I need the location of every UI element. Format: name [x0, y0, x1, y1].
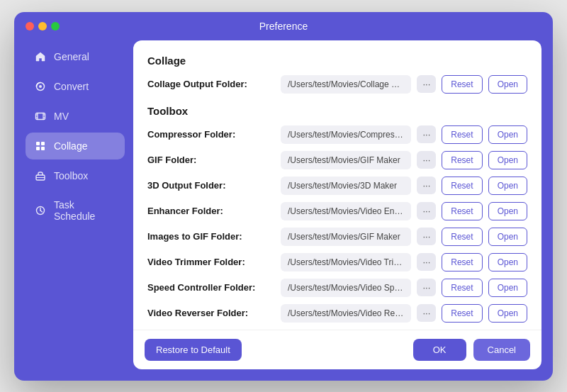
window-title: Preference	[259, 21, 308, 32]
toolbox-row-reset-6[interactable]: Reset	[442, 279, 482, 297]
collage-output-folder-reset[interactable]: Reset	[442, 75, 482, 94]
toolbox-row-reset-3[interactable]: Reset	[442, 202, 482, 220]
sidebar-label-convert: Convert	[54, 81, 89, 92]
toolbox-row-path-2: /Users/test/Movies/3D Maker	[281, 177, 411, 195]
toolbox-row-1: GIF Folder: /Users/test/Movies/GIF Maker…	[147, 151, 527, 169]
toolbox-row-dots-5[interactable]: ···	[417, 253, 436, 271]
toolbox-row-reset-7[interactable]: Reset	[442, 304, 482, 323]
toolbox-row-dots-4[interactable]: ···	[417, 228, 436, 245]
sidebar-item-collage[interactable]: Collage	[26, 133, 125, 159]
traffic-lights	[26, 22, 60, 30]
toolbox-row-reset-4[interactable]: Reset	[442, 228, 482, 246]
toolbox-row-open-6[interactable]: Open	[488, 279, 527, 297]
film-icon	[34, 110, 47, 123]
content-panel: Collage Collage Output Folder: /Users/te…	[133, 40, 541, 369]
toolbox-row-reset-5[interactable]: Reset	[442, 253, 482, 271]
svg-point-1	[39, 85, 42, 88]
toolbox-row-dots-0[interactable]: ···	[417, 125, 436, 143]
sidebar-label-collage: Collage	[54, 140, 87, 152]
collage-output-folder-open[interactable]: Open	[488, 75, 527, 94]
collage-output-folder-row: Collage Output Folder: /Users/test/Movie…	[147, 75, 527, 94]
sidebar-item-toolbox[interactable]: Toolbox	[26, 162, 125, 189]
content-footer: Restore to Default OK Cancel	[133, 330, 541, 369]
footer-right-buttons: OK Cancel	[413, 339, 530, 361]
titlebar: Preference	[14, 12, 553, 40]
toolbox-row-path-7: /Users/test/Movies/Video Reverser	[281, 304, 411, 323]
toolbox-row-label-7: Video Reverser Folder:	[147, 308, 275, 318]
collage-output-folder-label: Collage Output Folder:	[147, 79, 275, 89]
toolbox-row-open-4[interactable]: Open	[488, 228, 527, 246]
toolbox-icon	[34, 169, 47, 182]
toolbox-row-label-0: Compressor Folder:	[147, 129, 275, 140]
toolbox-row-2: 3D Output Folder: /Users/test/Movies/3D …	[147, 177, 527, 195]
toolbox-row-label-2: 3D Output Folder:	[147, 180, 275, 191]
cancel-button[interactable]: Cancel	[473, 339, 530, 361]
toolbox-row-6: Speed Controller Folder: /Users/test/Mov…	[147, 279, 527, 297]
toolbox-row-dots-3[interactable]: ···	[417, 202, 436, 220]
toolbox-row-7: Video Reverser Folder: /Users/test/Movie…	[147, 304, 527, 323]
toolbox-row-path-5: /Users/test/Movies/Video Trimmer	[281, 253, 411, 271]
toolbox-row-3: Enhancer Folder: /Users/test/Movies/Vide…	[147, 202, 527, 220]
toolbox-row-label-4: Images to GIF Folder:	[147, 231, 275, 242]
toolbox-row-0: Compressor Folder: /Users/test/Movies/Co…	[147, 125, 527, 144]
toolbox-row-open-2[interactable]: Open	[488, 177, 527, 195]
toolbox-row-4: Images to GIF Folder: /Users/test/Movies…	[147, 228, 527, 246]
toolbox-row-dots-2[interactable]: ···	[417, 177, 436, 194]
toolbox-section-title: Toolbox	[147, 105, 527, 117]
toolbox-row-open-0[interactable]: Open	[488, 125, 527, 144]
sidebar-item-mv[interactable]: MV	[26, 103, 125, 130]
toolbox-rows: Compressor Folder: /Users/test/Movies/Co…	[147, 125, 527, 330]
svg-rect-12	[41, 147, 45, 150]
toolbox-row-open-3[interactable]: Open	[488, 202, 527, 220]
sidebar-item-convert[interactable]: Convert	[26, 73, 125, 100]
toolbox-row-reset-0[interactable]: Reset	[442, 125, 482, 144]
toolbox-row-dots-7[interactable]: ···	[417, 304, 436, 322]
toolbox-row-label-5: Video Trimmer Folder:	[147, 257, 275, 267]
home-icon	[34, 50, 47, 63]
toolbox-row-reset-2[interactable]: Reset	[442, 177, 482, 195]
grid-icon	[34, 140, 47, 152]
sidebar-item-task-schedule[interactable]: Task Schedule	[26, 192, 125, 229]
toolbox-row-label-1: GIF Folder:	[147, 155, 275, 165]
toolbox-row-5: Video Trimmer Folder: /Users/test/Movies…	[147, 253, 527, 271]
restore-default-button[interactable]: Restore to Default	[145, 339, 242, 361]
sidebar-item-general[interactable]: General	[26, 43, 125, 70]
sidebar-label-mv: MV	[54, 111, 69, 122]
toolbox-row-reset-1[interactable]: Reset	[442, 151, 482, 169]
clock-icon	[34, 204, 47, 217]
sidebar-label-general: General	[54, 51, 89, 62]
content-scroll[interactable]: Collage Collage Output Folder: /Users/te…	[133, 40, 541, 330]
svg-rect-10	[41, 142, 45, 145]
sidebar-label-toolbox: Toolbox	[54, 170, 88, 181]
collage-output-folder-path: /Users/test/Movies/Collage Exported	[281, 75, 411, 94]
toolbox-row-label-6: Speed Controller Folder:	[147, 282, 275, 293]
toolbox-row-path-1: /Users/test/Movies/GIF Maker	[281, 151, 411, 169]
toolbox-row-dots-1[interactable]: ···	[417, 151, 436, 169]
maximize-button[interactable]	[51, 22, 60, 30]
preference-window: Preference General	[14, 12, 553, 381]
toolbox-row-label-3: Enhancer Folder:	[147, 206, 275, 216]
toolbox-row-path-3: /Users/test/Movies/Video Enhancer	[281, 202, 411, 220]
sidebar-label-task-schedule: Task Schedule	[54, 199, 116, 222]
ok-button[interactable]: OK	[413, 339, 466, 361]
toolbox-row-path-0: /Users/test/Movies/Compressed	[281, 125, 411, 144]
main-content: General Convert	[14, 40, 553, 381]
toolbox-row-open-1[interactable]: Open	[488, 151, 527, 169]
minimize-button[interactable]	[38, 22, 47, 30]
sidebar: General Convert	[26, 40, 125, 369]
svg-line-17	[40, 211, 43, 212]
toolbox-row-path-4: /Users/test/Movies/GIF Maker	[281, 228, 411, 246]
collage-output-folder-dots[interactable]: ···	[417, 75, 436, 93]
toolbox-row-dots-6[interactable]: ···	[417, 279, 436, 296]
toolbox-row-path-6: /Users/test/Movies/Video Speed Controlle…	[281, 279, 411, 297]
svg-rect-9	[36, 142, 40, 145]
refresh-icon	[34, 80, 47, 93]
collage-section-title: Collage	[147, 55, 527, 67]
close-button[interactable]	[26, 22, 34, 30]
svg-rect-11	[36, 147, 40, 150]
toolbox-row-open-5[interactable]: Open	[488, 253, 527, 271]
toolbox-row-open-7[interactable]: Open	[488, 304, 527, 323]
